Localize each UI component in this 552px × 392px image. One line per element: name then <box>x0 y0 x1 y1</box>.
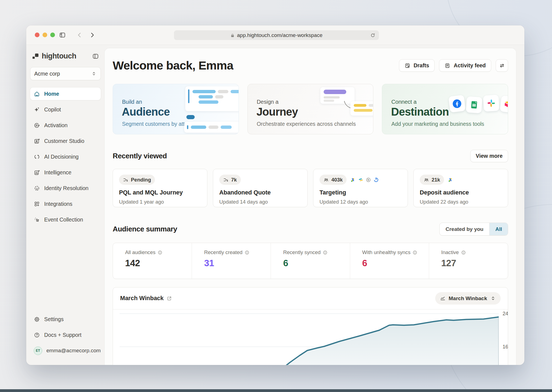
stat-recently-synced: Recently synced 6 <box>271 243 350 279</box>
gear-icon <box>34 316 40 322</box>
close-window-button[interactable] <box>35 33 39 37</box>
chevron-updown-icon <box>91 71 97 76</box>
desktop: app.hightouch.com/acme-workspace hightou… <box>0 0 552 392</box>
card-eyebrow: Design a <box>257 99 279 105</box>
sidebar-item-label: Integrations <box>44 201 72 207</box>
browser-toolbar: app.hightouch.com/acme-workspace <box>26 25 524 45</box>
sidebar-item-activation[interactable]: Activation <box>30 119 101 132</box>
status-badge: Pending <box>119 175 155 185</box>
info-icon[interactable] <box>461 250 466 255</box>
count-badge: 7k <box>219 175 241 185</box>
account-email: emma@acmecorp.com <box>46 348 101 354</box>
letter-b-icon: b <box>366 177 371 182</box>
workspace-name: Acme corp <box>34 71 91 77</box>
line-chart-icon <box>440 295 446 301</box>
journey-icon <box>123 177 128 183</box>
forward-button[interactable] <box>89 31 96 39</box>
workspace-selector[interactable]: Acme corp <box>30 67 101 80</box>
sidebar-footer: Settings Docs + Support ET emma@acmecorp… <box>30 313 101 360</box>
stat-recently-created: Recently created 31 <box>192 243 271 279</box>
recent-card-deposit-audience[interactable]: 21k Deposit audience Updated 22 days ago <box>413 169 508 207</box>
design-journey-card[interactable]: Design a Journey Orchestrate experiences… <box>247 84 374 134</box>
build-audience-card[interactable]: Build an Audience Segment customers by a… <box>113 84 239 134</box>
sidebar-item-intelligence[interactable]: Intelligence <box>30 166 101 179</box>
filter-created-by-you[interactable]: Created by you <box>440 223 489 235</box>
sidebar-item-ai-decisioning[interactable]: AI Decisioning <box>30 150 101 163</box>
app-sidebar: hightouch Acme corp Home Copilot <box>26 45 105 365</box>
sidebar-item-integrations[interactable]: Integrations <box>30 198 101 210</box>
sidebar-item-identity-resolution[interactable]: Identity Resolution <box>30 182 101 194</box>
copilot-sparkle-icon <box>34 106 40 113</box>
sidebar-item-copilot[interactable]: Copilot <box>30 103 101 116</box>
stat-value: 31 <box>204 258 271 268</box>
badge-label: 21k <box>432 177 440 183</box>
connect-destination-card[interactable]: Connect a Destination Add your marketing… <box>382 84 508 134</box>
stat-unhealthy-syncs: With unhealthy syncs 6 <box>350 243 429 279</box>
stat-label: With unhealthy syncs <box>362 249 411 255</box>
audience-filter-toggle: Created by you All <box>439 223 508 236</box>
google-ads-icon <box>350 177 355 182</box>
recent-card-title: Targeting <box>319 189 402 196</box>
recent-card-targeting[interactable]: 403k b Targeting Updated 12 days ago <box>313 169 408 207</box>
stat-label: Inactive <box>441 249 459 255</box>
audience-people-icon <box>424 177 429 183</box>
airtable-icon <box>500 95 508 113</box>
audience-summary-title: Audience summary <box>113 225 177 233</box>
chart-selector-label: March Winback <box>449 295 487 302</box>
facebook-icon <box>448 95 466 113</box>
sidebar-item-settings[interactable]: Settings <box>30 313 101 326</box>
back-button[interactable] <box>76 31 83 39</box>
destination-mini-logos <box>448 177 453 182</box>
sidebar-item-customer-studio[interactable]: Customer Studio <box>30 135 101 147</box>
swap-arrows-icon <box>499 63 505 69</box>
activity-feed-button[interactable]: Activity feed <box>439 59 491 72</box>
recent-card-updated: Updated 14 days ago <box>219 199 301 205</box>
collapse-sidebar-icon[interactable] <box>92 53 99 60</box>
info-icon[interactable] <box>245 250 249 255</box>
card-title: Journey <box>257 106 298 118</box>
browser-sidebar-toggle-icon[interactable] <box>59 31 66 39</box>
sidebar-item-label: Home <box>44 91 59 97</box>
sidebar-item-label: Docs + Support <box>44 332 81 338</box>
activation-icon <box>34 122 40 129</box>
page-title: Welcome back, Emma <box>113 59 233 72</box>
address-bar[interactable]: app.hightouch.com/acme-workspace <box>174 30 379 40</box>
integrations-icon <box>34 201 40 207</box>
y-tick-16k: 16k <box>503 344 508 350</box>
march-winback-chart-card: March Winback March Winback <box>113 287 508 365</box>
recent-card-pql-mql-journey[interactable]: Pending PQL and MQL Journey Updated 1 ye… <box>113 169 207 207</box>
stripes-icon <box>358 177 363 182</box>
screen-bottom-strip <box>0 389 552 392</box>
sidebar-item-event-collection[interactable]: Event Collection <box>30 213 101 226</box>
sidebar-item-label: Customer Studio <box>44 138 84 144</box>
main-content: Welcome back, Emma Drafts Activity feed <box>105 48 516 365</box>
hightouch-logo-text: hightouch <box>42 52 92 60</box>
drafts-button[interactable]: Drafts <box>399 59 435 72</box>
view-more-button[interactable]: View more <box>470 150 508 162</box>
badge-label: Pending <box>131 177 151 183</box>
zoom-window-button[interactable] <box>50 33 55 37</box>
home-icon <box>34 91 40 97</box>
destination-mini-logos: b <box>350 177 379 182</box>
recently-viewed-title: Recently viewed <box>113 152 167 160</box>
ai-decisioning-icon <box>34 154 40 160</box>
recent-card-abandoned-quote[interactable]: 7k Abandoned Quote Updated 14 days ago <box>213 169 308 207</box>
recent-card-updated: Updated 12 days ago <box>319 199 402 205</box>
reload-icon[interactable] <box>370 33 376 38</box>
external-link-icon[interactable] <box>167 296 172 301</box>
info-icon[interactable] <box>323 250 327 255</box>
info-icon[interactable] <box>413 250 417 255</box>
filter-all[interactable]: All <box>489 223 508 235</box>
chart-metric-selector[interactable]: March Winback <box>435 292 501 305</box>
card-subtitle: Add your marketing and business tools <box>391 121 484 127</box>
switch-workspace-button[interactable] <box>496 59 508 72</box>
stat-inactive: Inactive 127 <box>429 243 508 279</box>
browser-window: app.hightouch.com/acme-workspace hightou… <box>26 25 524 365</box>
sidebar-item-account[interactable]: ET emma@acmecorp.com <box>30 344 101 357</box>
recent-card-title: Deposit audience <box>420 189 502 196</box>
minimize-window-button[interactable] <box>43 33 47 37</box>
sidebar-item-docs-support[interactable]: Docs + Support <box>30 329 101 341</box>
sidebar-item-home[interactable]: Home <box>30 87 101 100</box>
recent-card-updated: Updated 22 days ago <box>420 199 502 205</box>
info-icon[interactable] <box>158 250 162 255</box>
